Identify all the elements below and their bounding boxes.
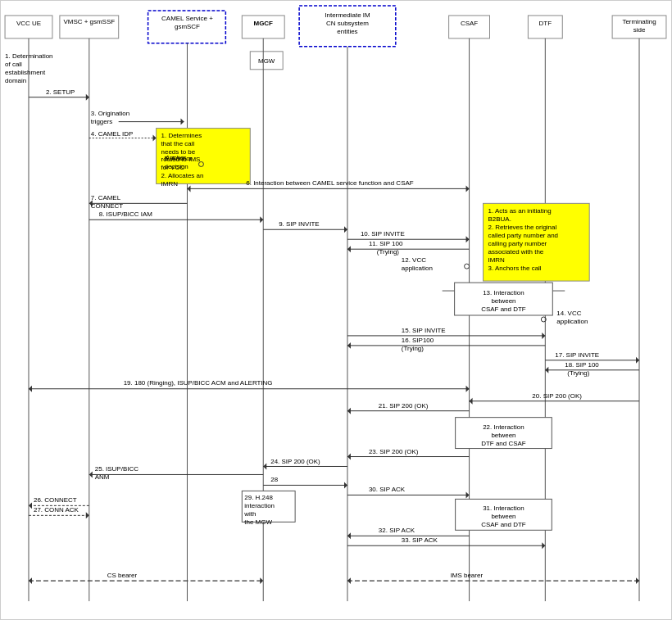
svg-text:6. Interaction between CAMEL s: 6. Interaction between CAMEL service fun… [246,179,413,187]
svg-text:7. CAMEL: 7. CAMEL [91,194,121,201]
svg-text:21. SIP 200 (OK): 21. SIP 200 (OK) [379,402,429,410]
svg-text:decision: decision [165,163,188,170]
svg-text:CSAF and DTF: CSAF and DTF [481,305,526,313]
svg-text:15. SIP INVITE: 15. SIP INVITE [402,327,446,334]
svg-text:2. Retrieves the original: 2. Retrieves the original [488,224,557,231]
svg-text:1. Acts as an initiating: 1. Acts as an initiating [488,207,552,215]
svg-text:2. Allocates an: 2. Allocates an [161,172,204,179]
svg-text:1. Determination: 1. Determination [5,52,52,60]
diagram-area: VCC UE VMSC + gsmSSF CAMEL Service + gsm… [1,1,671,619]
svg-text:27. CONN ACK: 27. CONN ACK [34,506,79,514]
svg-text:B2BUA.: B2BUA. [488,215,511,223]
svg-text:(Trying): (Trying) [567,369,589,377]
svg-text:11. SIP 100: 11. SIP 100 [369,240,403,247]
svg-text:23. SIP 200 (OK): 23. SIP 200 (OK) [369,448,419,455]
svg-text:of call: of call [5,61,22,68]
svg-text:CSAF: CSAF [461,20,478,27]
svg-text:30. SIP ACK: 30. SIP ACK [369,486,406,493]
svg-text:12. VCC: 12. VCC [402,256,426,264]
svg-text:VCC UE: VCC UE [16,20,41,27]
svg-text:4. CAMEL IDP: 4. CAMEL IDP [91,130,134,138]
svg-text:VMSC + gsmSSF: VMSC + gsmSSF [63,18,115,25]
svg-text:25. ISUP/BICC: 25. ISUP/BICC [95,465,138,473]
svg-text:17. SIP INVITE: 17. SIP INVITE [555,351,599,359]
svg-text:ANM: ANM [95,473,110,481]
svg-text:between: between [491,297,515,305]
svg-text:20. SIP 200 (OK): 20. SIP 200 (OK) [532,392,582,400]
page-container: VCC UE VMSC + gsmSSF CAMEL Service + gsm… [0,0,672,620]
svg-text:Anchor: Anchor [165,154,187,161]
svg-text:31. Interaction: 31. Interaction [483,505,524,512]
svg-text:establishment: establishment [5,69,46,76]
svg-text:associated with the: associated with the [488,248,544,256]
svg-text:22. Interaction: 22. Interaction [483,423,524,431]
svg-text:29. H.248: 29. H.248 [244,494,273,501]
svg-text:18. SIP 100: 18. SIP 100 [565,361,599,369]
svg-text:14. VCC: 14. VCC [556,310,581,317]
svg-text:Intermediate IM: Intermediate IM [325,11,370,19]
svg-text:interaction: interaction [244,502,275,509]
svg-text:19. 180 (Ringing), ISUP/BICC A: 19. 180 (Ringing), ISUP/BICC ACM and ALE… [124,379,273,387]
svg-text:9. SIP INVITE: 9. SIP INVITE [279,220,319,228]
svg-text:33. SIP ACK: 33. SIP ACK [402,536,438,544]
svg-text:13. Interaction: 13. Interaction [483,289,524,296]
svg-text:MGW: MGW [258,57,275,65]
svg-text:IMS bearer: IMS bearer [451,572,484,579]
svg-text:CN subsystem: CN subsystem [326,20,369,27]
svg-text:application: application [402,265,433,272]
svg-text:32. SIP ACK: 32. SIP ACK [379,527,415,534]
svg-text:16. SIP100: 16. SIP100 [402,337,434,344]
svg-text:3. Anchors the call: 3. Anchors the call [488,265,542,272]
svg-text:triggers: triggers [91,118,113,125]
svg-text:calling party number: calling party number [488,240,547,247]
svg-text:2. SETUP: 2. SETUP [46,88,75,96]
svg-text:IMRN: IMRN [488,256,506,264]
svg-text:CONNECT: CONNECT [91,202,124,210]
svg-text:IMRN: IMRN [161,180,179,188]
svg-text:the MGW: the MGW [244,518,272,526]
svg-text:(Trying): (Trying) [377,248,399,256]
svg-text:application: application [556,318,588,325]
svg-text:between: between [491,513,515,520]
svg-text:side: side [633,26,646,34]
svg-text:28: 28 [270,476,278,483]
svg-text:MGCF: MGCF [254,20,274,27]
svg-text:26. CONNECT: 26. CONNECT [34,496,77,504]
svg-text:domain: domain [5,77,26,84]
svg-text:CS bearer: CS bearer [107,572,138,579]
svg-text:called party number and: called party number and [488,232,559,239]
svg-text:gsmSCF: gsmSCF [175,23,200,30]
svg-text:DTF: DTF [539,20,552,27]
svg-text:24. SIP 200 (OK): 24. SIP 200 (OK) [270,458,320,465]
svg-text:that the call: that the call [161,140,195,147]
svg-text:CAMEL Service +: CAMEL Service + [161,15,213,22]
svg-text:CSAF and DTF: CSAF and DTF [481,521,526,528]
svg-text:(Trying): (Trying) [402,345,424,352]
svg-text:Terminating: Terminating [622,18,656,25]
svg-text:3. Origination: 3. Origination [91,110,129,117]
svg-text:entities: entities [337,28,357,35]
svg-text:1. Determines: 1. Determines [161,132,202,139]
svg-text:10. SIP INVITE: 10. SIP INVITE [361,230,405,238]
svg-text:DTF and CSAF: DTF and CSAF [481,440,526,447]
svg-text:8. ISUP/BICC IAM: 8. ISUP/BICC IAM [99,210,152,218]
svg-text:with: with [243,510,256,518]
svg-text:between: between [491,432,515,439]
